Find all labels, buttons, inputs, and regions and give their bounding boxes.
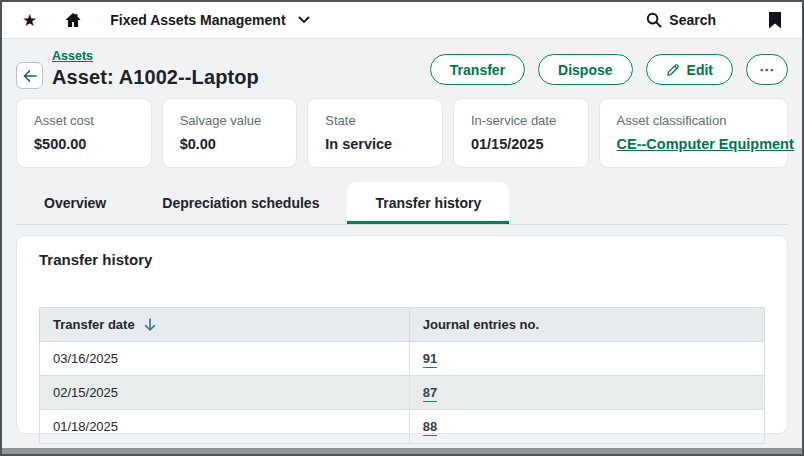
table-header-row: Transfer date Journal entries no. (40, 308, 765, 342)
summary-cards: Asset cost $500.00 Salvage value $0.00 S… (16, 98, 788, 168)
card-asset-cost: Asset cost $500.00 (16, 98, 152, 168)
bookmark-icon[interactable] (768, 12, 782, 29)
sort-descending-icon (144, 318, 156, 332)
journal-entry-link[interactable]: 87 (423, 385, 437, 402)
back-button[interactable] (16, 62, 43, 89)
card-label: State (325, 113, 425, 128)
table-row: 01/18/2025 88 (40, 410, 765, 444)
arrow-left-icon (23, 70, 37, 82)
card-label: Asset classification (617, 113, 770, 128)
more-actions-button[interactable]: ⋯ (746, 54, 788, 85)
transfer-button[interactable]: Transfer (430, 54, 525, 85)
transfer-date-cell: 02/15/2025 (40, 376, 410, 410)
search-icon (646, 12, 662, 28)
card-label: In-service date (471, 113, 571, 128)
transfer-history-panel: Transfer history Transfer date Journal e… (16, 235, 788, 434)
column-header-journal-entries[interactable]: Journal entries no. (409, 308, 764, 342)
journal-entry-link[interactable]: 91 (423, 351, 437, 368)
favorites-star-icon[interactable]: ★ (22, 12, 37, 29)
table-row: 02/15/2025 87 (40, 376, 765, 410)
card-value: In service (325, 136, 425, 152)
journal-entry-link[interactable]: 88 (423, 419, 437, 436)
card-value: $0.00 (180, 136, 280, 152)
search-button[interactable]: Search (646, 12, 716, 28)
transfer-date-cell: 03/16/2025 (40, 342, 410, 376)
card-state: State In service (307, 98, 443, 168)
ellipsis-icon: ⋯ (759, 61, 775, 79)
app-switcher[interactable]: Fixed Assets Management (110, 12, 309, 28)
top-bar: ★ Fixed Assets Management Search (2, 2, 802, 39)
card-value: $500.00 (34, 136, 134, 152)
card-value: 01/15/2025 (471, 136, 571, 152)
transfer-history-table: Transfer date Journal entries no. 03/16/… (39, 307, 765, 444)
page-content: Assets Asset: A1002--Laptop Transfer Dis… (2, 39, 802, 434)
app-window: ★ Fixed Assets Management Search Assets (0, 0, 804, 456)
breadcrumb-assets-link[interactable]: Assets (52, 49, 93, 63)
column-header-transfer-date[interactable]: Transfer date (40, 308, 410, 342)
tab-depreciation-schedules[interactable]: Depreciation schedules (134, 182, 347, 224)
tab-transfer-history[interactable]: Transfer history (347, 182, 509, 224)
transfer-date-cell: 01/18/2025 (40, 410, 410, 444)
card-label: Asset cost (34, 113, 134, 128)
page-title: Asset: A1002--Laptop (52, 66, 259, 89)
panel-title: Transfer history (39, 251, 765, 268)
home-icon[interactable] (64, 11, 82, 29)
tab-bar: Overview Depreciation schedules Transfer… (16, 182, 788, 225)
page-header: Assets Asset: A1002--Laptop Transfer Dis… (16, 48, 788, 89)
edit-button[interactable]: Edit (646, 54, 733, 85)
chevron-down-icon (298, 16, 310, 24)
tab-overview[interactable]: Overview (16, 182, 134, 224)
edit-button-label: Edit (687, 62, 713, 78)
horizontal-scrollbar[interactable] (2, 448, 802, 454)
app-title: Fixed Assets Management (110, 12, 285, 28)
pencil-icon (666, 63, 680, 77)
card-label: Salvage value (180, 113, 280, 128)
dispose-button[interactable]: Dispose (538, 54, 632, 85)
table-row: 03/16/2025 91 (40, 342, 765, 376)
asset-classification-link[interactable]: CE--Computer Equipment (617, 136, 770, 152)
search-label: Search (669, 12, 716, 28)
card-in-service-date: In-service date 01/15/2025 (453, 98, 589, 168)
card-asset-classification: Asset classification CE--Computer Equipm… (599, 98, 788, 168)
card-salvage-value: Salvage value $0.00 (162, 98, 298, 168)
